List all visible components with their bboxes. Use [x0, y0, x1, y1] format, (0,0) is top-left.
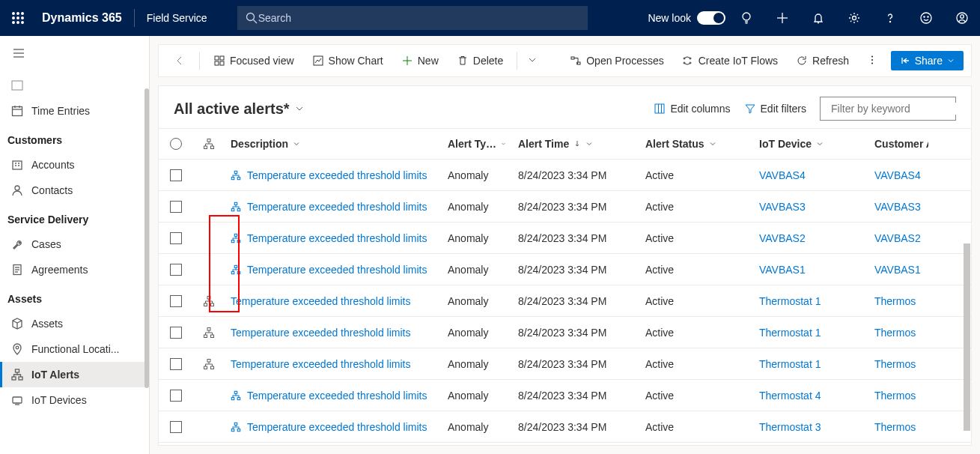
global-search[interactable] [237, 6, 588, 30]
hierarchy-icon[interactable] [203, 358, 215, 370]
row-checkbox[interactable] [170, 421, 182, 433]
col-customer[interactable]: Customer A [868, 138, 928, 150]
sidebar-item-truncated[interactable]: . [0, 73, 149, 98]
customer-link[interactable]: VAVBAS2 [874, 232, 921, 244]
table-row[interactable]: Temperature exceeded threshold limitsAno… [159, 285, 971, 317]
toggle-switch-icon[interactable] [697, 11, 725, 25]
customer-link[interactable]: VAVBAS1 [874, 264, 921, 276]
help-icon[interactable] [872, 0, 908, 36]
sidebar-item-iot-alerts[interactable]: IoT Alerts [0, 362, 149, 387]
description-link[interactable]: Temperature exceeded threshold limits [247, 232, 427, 244]
table-row[interactable]: Temperature exceeded threshold limitsAno… [159, 348, 971, 380]
col-iot-device[interactable]: IoT Device [753, 138, 868, 150]
description-link[interactable]: Temperature exceeded threshold limits [247, 421, 427, 433]
sidebar-item-time-entries[interactable]: Time Entries [0, 98, 149, 124]
scrollbar[interactable] [144, 88, 149, 388]
gear-icon[interactable] [836, 0, 872, 36]
show-chart-button[interactable]: Show Chart [305, 50, 391, 71]
row-checkbox[interactable] [170, 390, 182, 402]
app-name[interactable]: Field Service [141, 12, 213, 24]
sidebar-item-accounts[interactable]: Accounts [0, 152, 149, 178]
table-row[interactable]: Temperature exceeded threshold limitsAno… [159, 380, 971, 411]
device-link[interactable]: VAVBAS2 [759, 232, 806, 244]
device-link[interactable]: Thermostat 1 [759, 327, 821, 339]
col-alert-type[interactable]: Alert Ty… [442, 138, 512, 150]
description-link[interactable]: Temperature exceeded threshold limits [231, 295, 410, 307]
row-checkbox[interactable] [170, 295, 182, 307]
brand-label[interactable]: Dynamics 365 [36, 11, 128, 25]
device-link[interactable]: VAVBAS3 [759, 201, 806, 213]
customer-link[interactable]: Thermos [874, 327, 916, 339]
scrollbar[interactable] [964, 243, 970, 431]
lightbulb-icon[interactable] [728, 0, 764, 36]
hierarchy-icon[interactable] [203, 295, 215, 307]
col-description[interactable]: Description [225, 138, 442, 150]
select-all-checkbox[interactable] [170, 138, 182, 150]
row-checkbox[interactable] [170, 232, 182, 244]
table-row[interactable]: Temperature exceeded threshold limitsAno… [159, 160, 971, 191]
delete-button[interactable]: Delete [449, 50, 511, 71]
focused-view-button[interactable]: Focused view [206, 50, 302, 71]
bell-icon[interactable] [800, 0, 836, 36]
sidebar-item-assets[interactable]: Assets [0, 311, 149, 336]
app-launcher-icon[interactable] [0, 11, 36, 25]
sidebar-item-agreements[interactable]: Agreements [0, 257, 149, 282]
description-link[interactable]: Temperature exceeded threshold limits [247, 201, 427, 213]
back-button[interactable] [166, 50, 193, 71]
hierarchy-icon[interactable] [203, 327, 215, 339]
row-checkbox[interactable] [170, 327, 182, 339]
smiley-icon[interactable] [908, 0, 944, 36]
sidebar-item-label: Time Entries [31, 105, 90, 117]
device-link[interactable]: Thermostat 1 [759, 295, 821, 307]
customer-link[interactable]: Thermos [874, 295, 916, 307]
view-title[interactable]: All active alerts* [174, 100, 305, 118]
row-checkbox[interactable] [170, 201, 182, 213]
table-row[interactable]: Temperature exceeded threshold limitsAno… [159, 317, 971, 348]
description-link[interactable]: Temperature exceeded threshold limits [247, 390, 427, 402]
customer-link[interactable]: Thermos [874, 421, 916, 433]
device-link[interactable]: VAVBAS4 [759, 169, 806, 181]
col-hierarchy[interactable] [193, 138, 225, 150]
plus-icon[interactable] [764, 0, 800, 36]
overflow-icon[interactable] [859, 50, 885, 72]
hamburger-icon[interactable] [0, 36, 149, 73]
filter-field[interactable] [831, 103, 962, 115]
share-button[interactable]: Share [891, 51, 964, 70]
sidebar-item-functional-locations[interactable]: Functional Locati... [0, 336, 149, 362]
refresh-button[interactable]: Refresh [788, 50, 856, 71]
table-row[interactable]: Temperature exceeded threshold limitsAno… [159, 191, 971, 223]
description-link[interactable]: Temperature exceeded threshold limits [247, 169, 427, 181]
sidebar-item-contacts[interactable]: Contacts [0, 178, 149, 203]
person-icon[interactable] [944, 0, 980, 36]
edit-filters-button[interactable]: Edit filters [744, 103, 806, 115]
sidebar-item-iot-devices[interactable]: IoT Devices [0, 387, 149, 413]
new-look-toggle[interactable]: New look [648, 11, 725, 25]
open-processes-button[interactable]: Open Processes [562, 50, 672, 71]
filter-input[interactable] [820, 97, 956, 121]
customer-link[interactable]: Thermos [874, 358, 916, 370]
table-row[interactable]: Temperature exceeded threshold limitsAno… [159, 411, 971, 443]
table-row[interactable]: Temperature exceeded threshold limitsAno… [159, 254, 971, 285]
device-link[interactable]: Thermostat 1 [759, 358, 821, 370]
chevron-down-icon[interactable] [523, 50, 541, 71]
row-checkbox[interactable] [170, 169, 182, 181]
description-link[interactable]: Temperature exceeded threshold limits [231, 327, 410, 339]
device-link[interactable]: Thermostat 3 [759, 421, 821, 433]
col-alert-status[interactable]: Alert Status [639, 138, 753, 150]
row-checkbox[interactable] [170, 358, 182, 370]
create-iot-flows-button[interactable]: Create IoT Flows [675, 50, 785, 71]
device-link[interactable]: Thermostat 4 [759, 390, 821, 402]
table-row[interactable]: Temperature exceeded threshold limitsAno… [159, 223, 971, 254]
new-button[interactable]: New [394, 50, 446, 71]
device-link[interactable]: VAVBAS1 [759, 264, 806, 276]
customer-link[interactable]: VAVBAS4 [874, 169, 921, 181]
description-link[interactable]: Temperature exceeded threshold limits [247, 264, 427, 276]
customer-link[interactable]: Thermos [874, 390, 916, 402]
row-checkbox[interactable] [170, 264, 182, 276]
description-link[interactable]: Temperature exceeded threshold limits [231, 358, 410, 370]
customer-link[interactable]: VAVBAS3 [874, 201, 921, 213]
sidebar-item-cases[interactable]: Cases [0, 231, 149, 257]
col-alert-time[interactable]: Alert Time [512, 138, 639, 150]
search-input[interactable] [258, 12, 580, 24]
edit-columns-button[interactable]: Edit columns [654, 103, 730, 115]
